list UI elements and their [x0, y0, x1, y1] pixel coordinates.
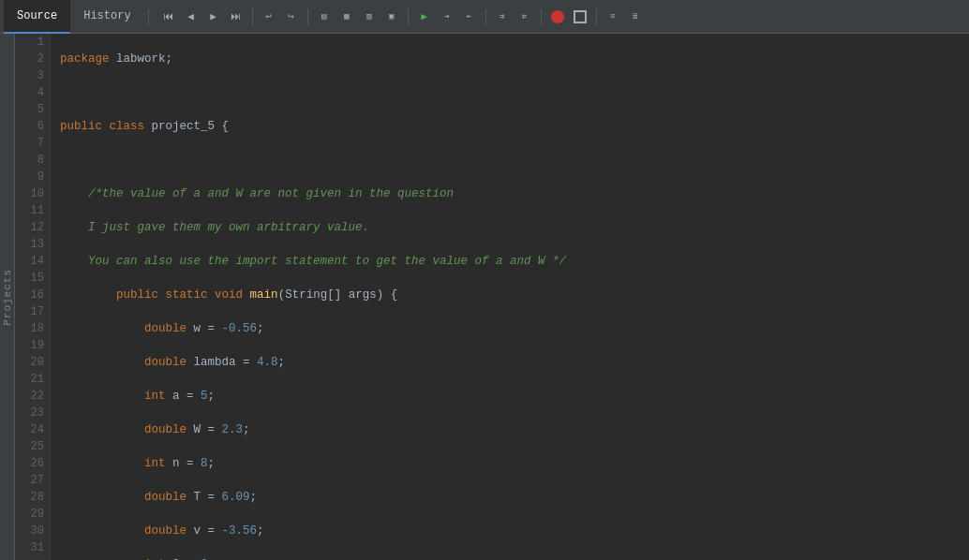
format-icon[interactable]: ≡ [603, 7, 623, 27]
run-icon[interactable]: ▶ [414, 7, 435, 27]
toolbar-icons: ⏮ ◀ ▶ ⏭ ↩ ↪ ▤ ▦ ▥ ▣ ▶ ⇥ ⇤ ⇉ ⇇ ≡ ≣ [158, 7, 646, 27]
icon5[interactable]: ⇥ [437, 7, 457, 27]
line-12: double W = 2.3; [60, 421, 969, 438]
line-7: You can also use the import statement to… [60, 253, 969, 270]
undo-icon[interactable]: ↩ [259, 7, 279, 27]
step-fwd-icon[interactable]: ⏭ [226, 7, 246, 27]
toolbar: Source History ⏮ ◀ ▶ ⏭ ↩ ↪ ▤ ▦ ▥ ▣ ▶ ⇥ ⇤… [0, 0, 969, 34]
line-3: public class project_5 { [60, 118, 969, 135]
line-4 [60, 152, 969, 169]
icon4[interactable]: ▣ [381, 7, 402, 27]
icon7[interactable]: ⇉ [492, 7, 513, 27]
code-lines: package labwork; public class project_5 … [51, 34, 969, 560]
next-icon[interactable]: ▶ [203, 7, 224, 27]
line-16: int Q = 2; [60, 556, 969, 560]
toolbar-separator-1 [148, 8, 149, 25]
sep5 [485, 8, 486, 25]
step-back-icon[interactable]: ⏮ [158, 7, 179, 27]
line-9: double w = -0.56; [60, 320, 969, 337]
line-numbers: 12345 678910 1112131415 1617181920 21222… [15, 34, 51, 560]
sep2 [252, 8, 253, 25]
line-8: public static void main(String[] args) { [60, 287, 969, 303]
record-icon[interactable] [547, 7, 568, 27]
line-10: double lambda = 4.8; [60, 354, 969, 371]
projects-label: Projects [2, 269, 13, 326]
icon1[interactable]: ▤ [314, 7, 335, 27]
line-13: int n = 8; [60, 455, 969, 472]
line-15: double v = -3.56; [60, 523, 969, 539]
sep7 [596, 8, 597, 25]
code-area: 12345 678910 1112131415 1617181920 21222… [15, 34, 969, 560]
align-icon[interactable]: ≣ [625, 7, 646, 27]
line-5: /*the value of a and W are not given in … [60, 185, 969, 202]
sep6 [541, 8, 542, 25]
main-area: Projects 12345 678910 1112131415 1617181… [0, 34, 969, 560]
sep4 [408, 8, 409, 25]
redo-icon[interactable]: ↪ [281, 7, 302, 27]
icon2[interactable]: ▦ [336, 7, 357, 27]
line-11: int a = 5; [60, 388, 969, 405]
editor[interactable]: 12345 678910 1112131415 1617181920 21222… [15, 34, 969, 560]
stop-icon[interactable] [570, 7, 590, 27]
sidebar: Projects [0, 34, 15, 560]
prev-icon[interactable]: ◀ [181, 7, 201, 27]
line-1: package labwork; [60, 51, 969, 67]
icon6[interactable]: ⇤ [459, 7, 480, 27]
line-14: double T = 6.09; [60, 489, 969, 506]
icon3[interactable]: ▥ [359, 7, 380, 27]
sep3 [307, 8, 308, 25]
tab-history[interactable]: History [70, 0, 143, 34]
tab-source[interactable]: Source [4, 0, 70, 34]
line-2 [60, 84, 969, 101]
icon8[interactable]: ⇇ [514, 7, 535, 27]
line-6: I just gave them my own arbitrary value. [60, 219, 969, 236]
